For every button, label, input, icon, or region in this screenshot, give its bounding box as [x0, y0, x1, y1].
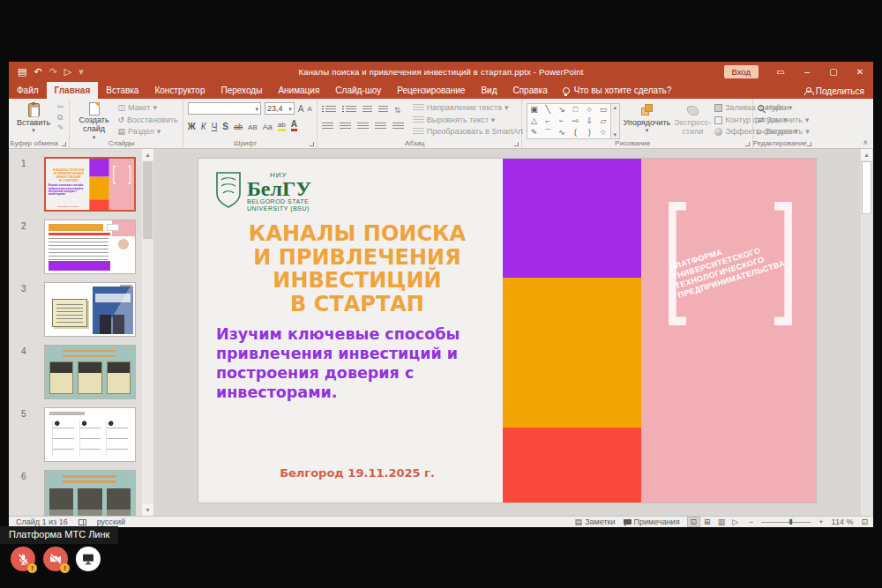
canvas-scroll-thumb[interactable]: [862, 161, 871, 214]
font-name-combo[interactable]: ▾: [188, 102, 261, 115]
copy-icon[interactable]: ⧉: [57, 114, 64, 122]
shape-line-icon[interactable]: ╲: [541, 104, 555, 115]
tab-animations[interactable]: Анимация: [270, 82, 327, 99]
paragraph-dialog-launcher-icon[interactable]: [514, 142, 519, 146]
canvas-scrollbar[interactable]: ▲: [861, 149, 872, 516]
normal-view-icon[interactable]: ⊡: [688, 517, 700, 526]
paste-dropdown-icon[interactable]: ▾: [32, 127, 35, 133]
tell-me-box[interactable]: Что вы хотите сделать?: [556, 86, 679, 99]
new-slide-button[interactable]: Создать слайд ▾: [74, 101, 115, 137]
columns-icon[interactable]: [392, 123, 404, 130]
zoom-out-icon[interactable]: −: [749, 517, 753, 526]
canvas-scroll-up-icon[interactable]: ▲: [861, 149, 872, 160]
shape-arrow-icon[interactable]: ↘: [555, 104, 569, 115]
tab-help[interactable]: Справка: [505, 82, 555, 99]
slide-thumbnail-4[interactable]: 4: [21, 345, 150, 399]
text-direction-button[interactable]: Направление текста ▾: [413, 103, 530, 113]
align-left-icon[interactable]: [322, 123, 333, 130]
find-button[interactable]: Найти: [758, 103, 810, 113]
shape-triangle-icon[interactable]: △: [527, 115, 542, 127]
shape-down-arrow-icon[interactable]: ⇩: [582, 115, 596, 127]
numbering-icon[interactable]: [342, 106, 356, 114]
undo-icon[interactable]: ↶: [34, 67, 41, 77]
shape-elbow-connector-icon[interactable]: ⌐: [541, 115, 555, 127]
zoom-slider-thumb[interactable]: ▮: [789, 518, 792, 525]
font-color-icon[interactable]: А: [291, 119, 297, 131]
thumbnail-scrollbar[interactable]: ▲ ▼: [142, 149, 153, 516]
clipboard-dialog-launcher-icon[interactable]: [62, 142, 66, 146]
grow-font-icon[interactable]: А: [298, 104, 304, 114]
decrease-indent-icon[interactable]: [363, 106, 372, 114]
zoom-level[interactable]: 114 %: [832, 517, 854, 526]
replace-button[interactable]: ⇄ Заменить ▾: [758, 115, 810, 125]
increase-indent-icon[interactable]: [378, 106, 388, 114]
redo-icon[interactable]: ↷: [49, 67, 57, 77]
slide-sorter-view-icon[interactable]: ⊞: [701, 517, 714, 526]
tab-home[interactable]: Главная: [47, 82, 99, 99]
screen-share-button[interactable]: [76, 547, 101, 571]
align-text-button[interactable]: Выровнять текст ▾: [413, 115, 530, 125]
zoom-in-icon[interactable]: +: [818, 517, 823, 526]
slide-title[interactable]: КАНАЛЫ ПОИСКА И ПРИВЛЕЧЕНИЯ ИНВЕСТИЦИЙ В…: [212, 222, 503, 316]
collapse-ribbon-icon[interactable]: ∧: [863, 138, 868, 146]
slide-thumbnail-5[interactable]: 5: [21, 407, 150, 462]
text-shadow-icon[interactable]: S: [222, 122, 228, 131]
font-dialog-launcher-icon[interactable]: [310, 142, 314, 146]
justify-icon[interactable]: [375, 123, 386, 130]
tab-insert[interactable]: Вставка: [98, 82, 146, 99]
arrange-button[interactable]: Упорядочить ▾: [624, 101, 671, 137]
close-button[interactable]: ✕: [847, 62, 873, 81]
bullets-icon[interactable]: [322, 106, 336, 114]
shape-left-brace-icon[interactable]: (: [569, 127, 583, 138]
slide-thumbnail-1[interactable]: 1 КАНАЛЫ ПОИСКА И ПРИВЛЕЧЕНИЯ ИНВЕСТИЦИЙ…: [21, 157, 150, 212]
shape-connector-icon[interactable]: ⌐: [555, 115, 569, 127]
shape-rounded-rectangle-icon[interactable]: ▭: [596, 104, 610, 115]
reset-button[interactable]: ↺ Восстановить: [118, 115, 178, 125]
bold-icon[interactable]: Ж: [188, 122, 196, 131]
save-icon[interactable]: ▤: [18, 67, 26, 77]
proofing-status-icon[interactable]: [78, 519, 86, 525]
line-spacing-icon[interactable]: ⇅: [394, 106, 401, 115]
italic-icon[interactable]: К: [201, 122, 206, 131]
align-center-icon[interactable]: [340, 123, 351, 130]
slide-thumbnail-3[interactable]: 3: [21, 282, 150, 337]
underline-icon[interactable]: Ч: [212, 122, 218, 131]
shapes-gallery-scrollbar[interactable]: ▲ ▼: [611, 103, 620, 139]
shape-right-brace-icon[interactable]: ): [582, 127, 596, 138]
shape-right-arrow-icon[interactable]: ⇨: [569, 115, 583, 127]
notes-toggle[interactable]: ▤ Заметки: [575, 517, 616, 526]
sign-in-button[interactable]: Вход: [724, 65, 759, 78]
slideshow-view-icon[interactable]: ▷: [729, 517, 741, 526]
shapes-scroll-up-icon[interactable]: ▲: [612, 105, 617, 110]
microphone-muted-button[interactable]: !: [11, 547, 35, 571]
tab-review[interactable]: Рецензирование: [389, 82, 473, 99]
paste-button[interactable]: Вставить ▾: [13, 101, 54, 137]
reading-view-icon[interactable]: ▥: [715, 517, 729, 526]
slide-date[interactable]: Белгород 19.11.2025 г.: [260, 466, 454, 480]
tab-view[interactable]: Вид: [473, 82, 505, 99]
ribbon-display-options-icon[interactable]: ▭: [767, 62, 794, 81]
shape-oval-icon[interactable]: ○: [582, 104, 596, 115]
slide-subtitle[interactable]: Изучим ключевые способы привлечения инве…: [216, 324, 490, 402]
align-right-icon[interactable]: [357, 123, 369, 130]
shrink-font-icon[interactable]: А: [307, 105, 311, 113]
language-indicator[interactable]: русский: [97, 517, 125, 526]
format-painter-icon[interactable]: ✎: [57, 124, 64, 132]
editing-dialog-launcher-icon[interactable]: [807, 142, 811, 146]
thumbnail-scroll-up-icon[interactable]: ▲: [142, 149, 153, 160]
shapes-gallery[interactable]: ▣ ╲ ↘ □ ○ ▭ △ ⌐ ⌐ ⇨ ⇩ ▱ ✎ ⌒ ∿ ( ): [527, 103, 611, 139]
shape-scribble-icon[interactable]: ✎: [527, 127, 542, 138]
shapes-scroll-down-icon[interactable]: ▼: [612, 132, 617, 138]
fit-to-window-icon[interactable]: ⊡: [861, 517, 868, 526]
font-size-combo[interactable]: 23,4 ▾: [265, 102, 295, 115]
customize-qat-icon[interactable]: ▾: [78, 67, 84, 77]
slide-thumbnail-6[interactable]: 6: [21, 470, 150, 516]
layout-button[interactable]: ◫ Макет ▾: [118, 103, 178, 113]
tab-design[interactable]: Конструктор: [146, 82, 213, 99]
cut-icon[interactable]: ✂: [57, 103, 64, 111]
select-button[interactable]: ▷ Выделить ▾: [758, 127, 810, 137]
thumbnail-scroll-down-icon[interactable]: ▼: [142, 504, 153, 516]
minimize-button[interactable]: –: [794, 62, 820, 81]
section-button[interactable]: ▤ Раздел ▾: [118, 127, 178, 137]
shape-star-icon[interactable]: ☆: [596, 127, 610, 138]
